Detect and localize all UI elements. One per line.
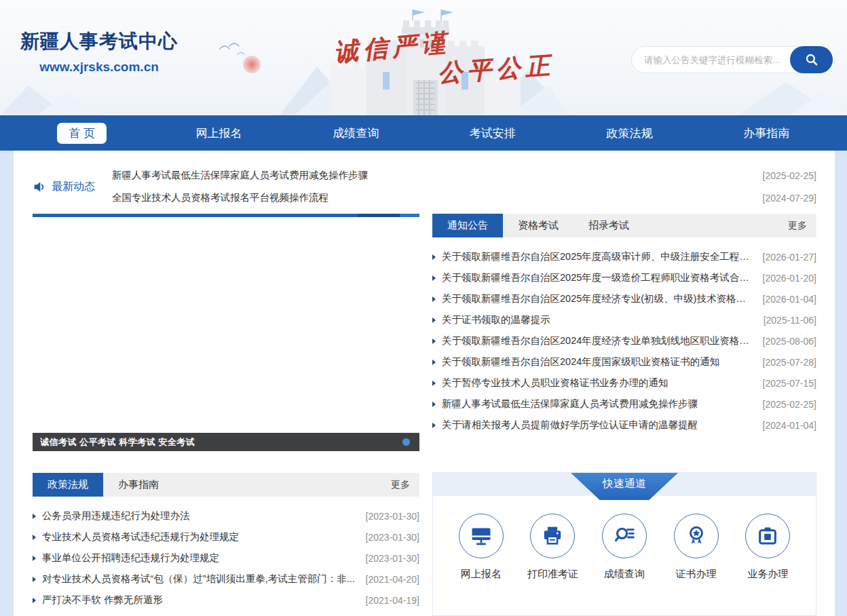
news-date: [2025-02-25] bbox=[763, 170, 816, 181]
notice-tabbar: 通知公告 资格考试 招录考试 更多 bbox=[432, 214, 816, 237]
list-item: 严打决不手软 作弊无所遁形 [2021-04-19] bbox=[33, 590, 419, 611]
quick-item-label: 网上报名 bbox=[450, 568, 512, 581]
nav-item[interactable]: 网上报名 bbox=[151, 115, 288, 151]
quick-item-label: 业务办理 bbox=[736, 568, 799, 581]
nav-item[interactable]: 首 页 bbox=[14, 115, 151, 151]
site-title: 新疆人事考试中心 bbox=[20, 28, 178, 54]
printer-icon bbox=[530, 514, 575, 558]
item-link[interactable]: 关于领取新疆维吾尔自治区2024年度国家级职业资格证书的通知 bbox=[442, 355, 755, 368]
item-link[interactable]: 关于请相关报考人员提前做好学历学位认证申请的温馨提醒 bbox=[442, 419, 755, 431]
item-date: [2026-01-27] bbox=[763, 252, 816, 263]
quick-item-score-query[interactable]: 成绩查询 bbox=[593, 514, 656, 581]
carousel-slide[interactable] bbox=[33, 217, 419, 433]
quick-item-print-ticket[interactable]: 打印准考证 bbox=[521, 514, 584, 581]
latest-news-section: 最新动态 新疆人事考试最低生活保障家庭人员考试费用减免操作步骤 [2025-02… bbox=[33, 164, 816, 209]
carousel: 诚信考试 公平考试 科学考试 安全考试 bbox=[33, 214, 419, 451]
triangle-bullet-icon bbox=[432, 275, 436, 281]
quick-item-online-signup[interactable]: 网上报名 bbox=[450, 514, 512, 581]
list-item: 关于领取新疆维吾尔自治区2024年度国家级职业资格证书的通知 [2025-07-… bbox=[432, 351, 816, 372]
quick-item-label: 成绩查询 bbox=[593, 568, 656, 581]
triangle-bullet-icon bbox=[432, 360, 436, 365]
nav-item[interactable]: 成绩查询 bbox=[287, 115, 424, 151]
item-link[interactable]: 专业技术人员资格考试违纪违规行为处理规定 bbox=[42, 531, 358, 543]
list-item: 公务员录用违规违纪行为处理办法 [2023-01-30] bbox=[33, 505, 419, 526]
nav-item-label: 网上报名 bbox=[196, 126, 242, 141]
triangle-bullet-icon bbox=[33, 577, 36, 582]
item-date: [2021-04-19] bbox=[366, 595, 419, 606]
notice-more-link[interactable]: 更多 bbox=[788, 214, 816, 237]
item-date: [2023-01-30] bbox=[366, 532, 419, 543]
tab-notice[interactable]: 通知公告 bbox=[432, 214, 503, 237]
item-date: [2023-01-30] bbox=[366, 511, 419, 522]
triangle-bullet-icon bbox=[432, 296, 436, 302]
sun-decoration bbox=[243, 56, 261, 73]
quick-item-label: 证书办理 bbox=[665, 568, 728, 581]
latest-news-header: 最新动态 bbox=[33, 180, 112, 194]
quick-channel-row: 网上报名 打印准考证 bbox=[433, 496, 816, 581]
news-item: 新疆人事考试最低生活保障家庭人员考试费用减免操作步骤 [2025-02-25] bbox=[112, 164, 816, 187]
item-link[interactable]: 公务员录用违规违纪行为处理办法 bbox=[42, 509, 358, 522]
site-url: www.xjrsks.com.cn bbox=[20, 60, 178, 75]
item-link[interactable]: 关于领取新疆维吾尔自治区2025年度一级造价工程师职业资格考试合格... bbox=[442, 271, 755, 284]
tab-policy[interactable]: 政策法规 bbox=[33, 473, 103, 497]
notice-tabs: 通知公告 资格考试 招录考试 bbox=[432, 214, 644, 237]
quick-item-label: 打印准考证 bbox=[521, 568, 584, 581]
list-item: 对专业技术人员资格考试“包（保）过”培训须出重拳,考试主管部门：非... [20… bbox=[33, 569, 419, 590]
list-item: 专业技术人员资格考试违纪违规行为处理规定 [2023-01-30] bbox=[33, 526, 419, 547]
content-columns: 诚信考试 公平考试 科学考试 安全考试 政策法规 办事指南 更多 bbox=[33, 214, 816, 616]
score-search-icon bbox=[602, 514, 647, 558]
triangle-bullet-icon bbox=[432, 317, 436, 323]
item-date: [2025-07-28] bbox=[763, 357, 816, 368]
birds-icon bbox=[219, 39, 251, 57]
policy-more-link[interactable]: 更多 bbox=[391, 473, 419, 497]
item-date: [2025-08-06] bbox=[763, 336, 816, 347]
item-link[interactable]: 关于领取新疆维吾尔自治区2024年度经济专业单独划线地区职业资格证... bbox=[442, 334, 755, 347]
mountain-decoration-right bbox=[725, 78, 847, 115]
nav-item-label: 考试安排 bbox=[470, 126, 516, 141]
item-date: [2026-01-04] bbox=[763, 294, 816, 305]
item-link[interactable]: 新疆人事考试最低生活保障家庭人员考试费用减免操作步骤 bbox=[442, 398, 755, 410]
news-item: 全国专业技术人员资格考试报名平台视频操作流程 [2024-07-29] bbox=[112, 187, 816, 209]
item-date: [2023-01-30] bbox=[366, 553, 419, 564]
nav-item-label: 政策法规 bbox=[607, 126, 653, 141]
item-link[interactable]: 关于证书领取的温馨提示 bbox=[442, 313, 755, 326]
news-link[interactable]: 新疆人事考试最低生活保障家庭人员考试费用减免操作步骤 bbox=[112, 169, 755, 182]
tab-notice[interactable]: 招录考试 bbox=[573, 214, 644, 237]
news-link[interactable]: 全国专业技术人员资格考试报名平台视频操作流程 bbox=[112, 191, 755, 204]
search-button[interactable] bbox=[790, 46, 833, 73]
item-link[interactable]: 关于暂停专业技术人员职业资格证书业务办理的通知 bbox=[442, 377, 755, 389]
tab-policy[interactable]: 办事指南 bbox=[103, 473, 174, 497]
item-date: [2026-01-20] bbox=[763, 273, 816, 284]
triangle-bullet-icon bbox=[33, 598, 36, 603]
quick-item-certificate[interactable]: 证书办理 bbox=[665, 514, 728, 581]
list-item: 关于领取新疆维吾尔自治区2025年度经济专业(初级、中级)技术资格证书... [… bbox=[432, 288, 816, 309]
nav-item[interactable]: 政策法规 bbox=[561, 115, 698, 151]
item-link[interactable]: 关于领取新疆维吾尔自治区2025年度经济专业(初级、中级)技术资格证书... bbox=[442, 292, 755, 305]
carousel-dot-indicator[interactable] bbox=[402, 438, 410, 446]
quick-item-business[interactable]: 业务办理 bbox=[736, 514, 799, 581]
item-link[interactable]: 关于领取新疆维吾尔自治区2025年度高级审计师、中级注册安全工程师... bbox=[442, 250, 755, 263]
list-item: 关于请相关报考人员提前做好学历学位认证申请的温馨提醒 [2024-01-04] bbox=[432, 415, 816, 436]
list-item: 关于领取新疆维吾尔自治区2025年度一级造价工程师职业资格考试合格... [20… bbox=[432, 267, 816, 288]
tab-notice[interactable]: 资格考试 bbox=[503, 214, 573, 237]
triangle-bullet-icon bbox=[33, 556, 36, 561]
left-column: 诚信考试 公平考试 科学考试 安全考试 政策法规 办事指南 更多 bbox=[33, 214, 419, 616]
triangle-bullet-icon bbox=[432, 339, 436, 344]
list-item: 关于领取新疆维吾尔自治区2024年度经济专业单独划线地区职业资格证... [20… bbox=[432, 330, 816, 351]
main-content: 最新动态 新疆人事考试最低生活保障家庭人员考试费用减免操作步骤 [2025-02… bbox=[14, 151, 835, 616]
item-link[interactable]: 事业单位公开招聘违纪违规行为处理规定 bbox=[42, 552, 358, 564]
nav-item[interactable]: 办事指南 bbox=[698, 115, 835, 151]
item-date: [2025-07-15] bbox=[763, 378, 816, 389]
triangle-bullet-icon bbox=[432, 254, 436, 260]
item-date: [2021-04-20] bbox=[366, 574, 419, 585]
item-link[interactable]: 对专业技术人员资格考试“包（保）过”培训须出重拳,考试主管部门：非... bbox=[42, 573, 358, 585]
item-date: [2025-02-25] bbox=[763, 399, 816, 410]
list-item: 事业单位公开招聘违纪违规行为处理规定 [2023-01-30] bbox=[33, 547, 419, 569]
item-link[interactable]: 严打决不手软 作弊无所遁形 bbox=[42, 594, 358, 607]
nav-item[interactable]: 考试安排 bbox=[424, 115, 561, 151]
nav-item-label: 办事指南 bbox=[743, 126, 789, 141]
policy-list: 公务员录用违规违纪行为处理办法 [2023-01-30] 专业技术人员资格考试违… bbox=[33, 505, 419, 611]
list-item: 关于领取新疆维吾尔自治区2025年度高级审计师、中级注册安全工程师... [20… bbox=[432, 246, 816, 267]
mountain-decoration-left bbox=[0, 75, 102, 115]
site-header: 新疆人事考试中心 www.xjrsks.com.cn 诚信严谨 公平公正 bbox=[0, 0, 847, 115]
